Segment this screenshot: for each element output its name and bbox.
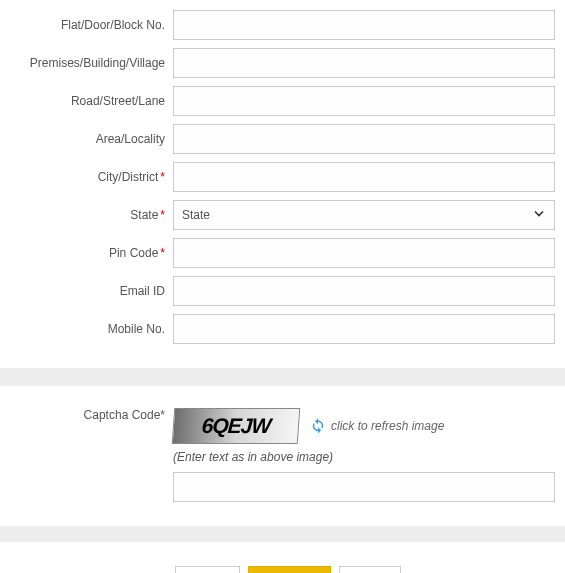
pin-input[interactable] <box>173 238 555 268</box>
required-marker: * <box>160 246 165 260</box>
required-marker: * <box>160 408 165 422</box>
captcha-hint: (Enter text as in above image) <box>173 450 555 464</box>
premises-label: Premises/Building/Village <box>8 56 173 70</box>
flat-input[interactable] <box>173 10 555 40</box>
email-input[interactable] <box>173 276 555 306</box>
clear-button[interactable]: Clear <box>175 566 240 573</box>
captcha-label: Captcha Code* <box>8 408 173 422</box>
captcha-input[interactable] <box>173 472 555 502</box>
mobile-input[interactable] <box>173 314 555 344</box>
captcha-image: 6QEJW <box>172 408 301 444</box>
state-label: State* <box>8 208 173 222</box>
flat-label: Flat/Door/Block No. <box>8 18 173 32</box>
section-separator <box>0 368 565 386</box>
city-label: City/District* <box>8 170 173 184</box>
email-label: Email ID <box>8 284 173 298</box>
required-marker: * <box>160 208 165 222</box>
state-select[interactable]: State <box>173 200 555 230</box>
proceed-button[interactable]: Proceed <box>248 566 330 573</box>
pin-label: Pin Code* <box>8 246 173 260</box>
area-input[interactable] <box>173 124 555 154</box>
captcha-refresh-text: click to refresh image <box>331 419 444 433</box>
captcha-refresh-link[interactable]: click to refresh image <box>309 416 444 437</box>
road-label: Road/Street/Lane <box>8 94 173 108</box>
area-label: Area/Locality <box>8 132 173 146</box>
city-input[interactable] <box>173 162 555 192</box>
section-separator <box>0 526 565 542</box>
required-marker: * <box>160 170 165 184</box>
road-input[interactable] <box>173 86 555 116</box>
mobile-label: Mobile No. <box>8 322 173 336</box>
premises-input[interactable] <box>173 48 555 78</box>
back-button[interactable]: Back <box>339 566 402 573</box>
refresh-icon <box>309 416 327 437</box>
